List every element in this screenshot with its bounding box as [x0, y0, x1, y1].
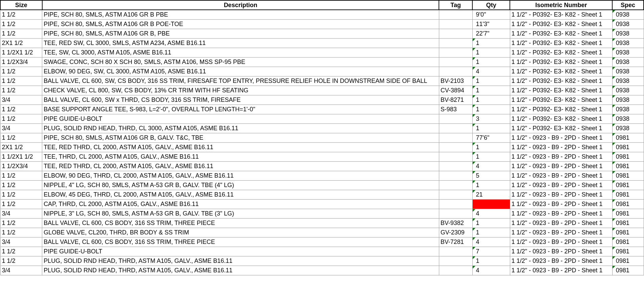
cell-qty[interactable]: 21: [472, 190, 510, 199]
cell-isometric-number[interactable]: 1 1/2" - 0923 - B9 - 2PD - Sheet 1: [510, 190, 612, 199]
cell-description[interactable]: BALL VALVE, CL 600, SW, CS BODY, 316 SS …: [42, 76, 439, 86]
cell-size[interactable]: 1 1/2: [0, 171, 42, 180]
cell-size[interactable]: 1 1/2X3/4: [0, 161, 42, 171]
cell-qty[interactable]: 4: [472, 161, 510, 171]
cell-size[interactable]: 1 1/2: [0, 10, 42, 19]
cell-tag[interactable]: BV-8271: [439, 95, 472, 105]
cell-description[interactable]: PIPE, SCH 80, SMLS, ASTM A106 GR B, PBE: [42, 29, 439, 38]
cell-qty[interactable]: 1: [472, 105, 510, 114]
cell-size[interactable]: 3/4: [0, 123, 42, 133]
cell-size[interactable]: 1 1/2: [0, 133, 42, 142]
cell-spec[interactable]: 0938: [612, 67, 644, 76]
cell-size[interactable]: 1 1/2: [0, 256, 42, 266]
cell-size[interactable]: 3/4: [0, 237, 42, 247]
cell-spec[interactable]: 0981: [612, 199, 644, 209]
cell-size[interactable]: 2X1 1/2: [0, 38, 42, 48]
cell-description[interactable]: BASE SUPPORT ANGLE TEE, S-983, L=2'-0", …: [42, 105, 439, 114]
cell-spec[interactable]: 0981: [612, 133, 644, 142]
cell-isometric-number[interactable]: 1 1/2" - P0392- E3- K82 - Sheet 1: [510, 19, 612, 29]
cell-isometric-number[interactable]: 1 1/2" - 0923 - B9 - 2PD - Sheet 1: [510, 152, 612, 161]
cell-isometric-number[interactable]: 1 1/2" - P0392- E3- K82 - Sheet 1: [510, 105, 612, 114]
cell-description[interactable]: TEE, RED SW, CL 3000, SMLS, ASTM A234, A…: [42, 38, 439, 48]
cell-spec[interactable]: 0981: [612, 266, 644, 275]
cell-isometric-number[interactable]: 1 1/2" - 0923 - B9 - 2PD - Sheet 1: [510, 266, 612, 275]
cell-description[interactable]: BALL VALVE, CL 600, SW x THRD, CS BODY, …: [42, 95, 439, 105]
cell-isometric-number[interactable]: 1 1/2" - 0923 - B9 - 2PD - Sheet 1: [510, 218, 612, 228]
cell-spec[interactable]: 0938: [612, 57, 644, 67]
cell-isometric-number[interactable]: 1 1/2" - 0923 - B9 - 2PD - Sheet 1: [510, 199, 612, 209]
cell-tag[interactable]: [439, 190, 472, 199]
cell-description[interactable]: BALL VALVE, CL 600, CS BODY, 316 SS TRIM…: [42, 237, 439, 247]
cell-size[interactable]: 1 1/2X3/4: [0, 57, 42, 67]
cell-qty[interactable]: 1: [472, 218, 510, 228]
cell-description[interactable]: TEE, SW, CL 3000, ASTM A105, ASME B16.11: [42, 48, 439, 57]
cell-spec[interactable]: 0981: [612, 161, 644, 171]
cell-tag[interactable]: CV-3894: [439, 86, 472, 95]
cell-isometric-number[interactable]: 1 1/2" - P0392- E3- K82 - Sheet 1: [510, 67, 612, 76]
cell-size[interactable]: 1 1/2: [0, 190, 42, 199]
cell-description[interactable]: CHECK VALVE, CL 800, SW, CS BODY, 13% CR…: [42, 86, 439, 95]
cell-isometric-number[interactable]: 1 1/2" - P0392- E3- K82 - Sheet 1: [510, 76, 612, 86]
cell-qty[interactable]: 77'6": [472, 133, 510, 142]
cell-description[interactable]: BALL VALVE, CL 600, CS BODY, 316 SS TRIM…: [42, 218, 439, 228]
cell-tag[interactable]: [439, 67, 472, 76]
cell-description[interactable]: GLOBE VALVE, CL200, THRD, BR BODY & SS T…: [42, 228, 439, 237]
cell-tag[interactable]: [439, 10, 472, 19]
cell-tag[interactable]: [439, 247, 472, 256]
cell-size[interactable]: 1 1/2: [0, 86, 42, 95]
cell-isometric-number[interactable]: 1 1/2" - P0392- E3- K82 - Sheet 1: [510, 57, 612, 67]
cell-spec[interactable]: 0981: [612, 237, 644, 247]
cell-tag[interactable]: [439, 171, 472, 180]
cell-tag[interactable]: [439, 29, 472, 38]
cell-spec[interactable]: 0981: [612, 256, 644, 266]
cell-isometric-number[interactable]: 1 1/2" - 0923 - B9 - 2PD - Sheet 1: [510, 133, 612, 142]
cell-size[interactable]: 3/4: [0, 209, 42, 218]
cell-spec[interactable]: 0938: [612, 105, 644, 114]
cell-isometric-number[interactable]: 1 1/2" - 0923 - B9 - 2PD - Sheet 1: [510, 161, 612, 171]
cell-qty[interactable]: 1: [472, 142, 510, 152]
cell-description[interactable]: NIPPLE, 4" LG, SCH 80, SMLS, ASTM A-53 G…: [42, 180, 439, 190]
cell-tag[interactable]: [439, 48, 472, 57]
cell-isometric-number[interactable]: 1 1/2" - P0392- E3- K82 - Sheet 1: [510, 95, 612, 105]
cell-spec[interactable]: 0938: [612, 123, 644, 133]
cell-qty[interactable]: 1: [472, 38, 510, 48]
cell-tag[interactable]: BV-2103: [439, 76, 472, 86]
cell-size[interactable]: 3/4: [0, 95, 42, 105]
cell-size[interactable]: 1 1/2: [0, 228, 42, 237]
cell-description[interactable]: TEE, RED THRD, CL 2000, ASTM A105, GALV.…: [42, 142, 439, 152]
cell-description[interactable]: PLUG, SOLID RND HEAD, THRD, ASTM A105, G…: [42, 256, 439, 266]
cell-description[interactable]: PIPE GUIDE-U-BOLT: [42, 114, 439, 123]
cell-spec[interactable]: 0938: [612, 29, 644, 38]
cell-description[interactable]: CAP, THRD, CL 2000, ASTM A105, GALV., AS…: [42, 199, 439, 209]
cell-size[interactable]: 1 1/2: [0, 76, 42, 86]
cell-qty[interactable]: [472, 199, 510, 209]
cell-tag[interactable]: [439, 161, 472, 171]
cell-isometric-number[interactable]: 1 1/2" - P0392- E3- K82 - Sheet 1: [510, 10, 612, 19]
cell-description[interactable]: PIPE, SCH 80, SMLS, ASTM A106 GR B, GALV…: [42, 133, 439, 142]
cell-size[interactable]: 1 1/2: [0, 218, 42, 228]
cell-description[interactable]: PIPE GUIDE-U-BOLT: [42, 247, 439, 256]
cell-isometric-number[interactable]: 1 1/2" - 0923 - B9 - 2PD - Sheet 1: [510, 171, 612, 180]
cell-spec[interactable]: 0981: [612, 142, 644, 152]
cell-tag[interactable]: [439, 209, 472, 218]
cell-tag[interactable]: [439, 57, 472, 67]
cell-spec[interactable]: 0981: [612, 209, 644, 218]
cell-isometric-number[interactable]: 1 1/2" - P0392- E3- K82 - Sheet 1: [510, 86, 612, 95]
cell-spec[interactable]: 0938: [612, 95, 644, 105]
cell-isometric-number[interactable]: 1 1/2" - P0392- E3- K82 - Sheet 1: [510, 38, 612, 48]
cell-size[interactable]: 1 1/2: [0, 19, 42, 29]
cell-qty[interactable]: 11'3": [472, 19, 510, 29]
cell-qty[interactable]: 1: [472, 95, 510, 105]
cell-isometric-number[interactable]: 1 1/2" - 0923 - B9 - 2PD - Sheet 1: [510, 256, 612, 266]
cell-spec[interactable]: 0981: [612, 247, 644, 256]
cell-tag[interactable]: [439, 133, 472, 142]
cell-spec[interactable]: 0981: [612, 180, 644, 190]
cell-isometric-number[interactable]: 1 1/2" - 0923 - B9 - 2PD - Sheet 1: [510, 142, 612, 152]
cell-description[interactable]: PLUG, SOLID RND HEAD, THRD, CL 3000, AST…: [42, 123, 439, 133]
cell-tag[interactable]: [439, 38, 472, 48]
cell-tag[interactable]: [439, 19, 472, 29]
cell-isometric-number[interactable]: 1 1/2" - P0392- E3- K82 - Sheet 1: [510, 29, 612, 38]
cell-spec[interactable]: 0938: [612, 86, 644, 95]
cell-qty[interactable]: 1: [472, 228, 510, 237]
cell-qty[interactable]: 3: [472, 114, 510, 123]
